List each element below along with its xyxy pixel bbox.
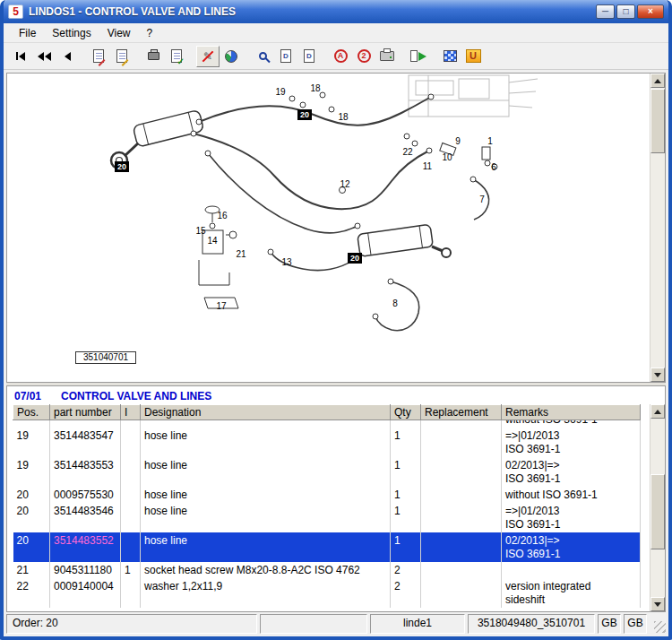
- section-code: 07/01: [14, 390, 41, 402]
- table-row[interactable]: 2190453111801socket head screw M8x20-8.8…: [13, 562, 641, 578]
- cell-pos: 20: [13, 532, 50, 562]
- mosaic-button[interactable]: [438, 46, 461, 67]
- cell-designation: hose line: [141, 487, 391, 503]
- cell-replacement: [421, 487, 502, 503]
- cell-designation: socket head screw M8x20-8.8-A2C ISO 4762: [141, 562, 391, 578]
- cell-replacement: [421, 503, 502, 532]
- previous-icon: [65, 52, 71, 61]
- stamp-button[interactable]: [142, 46, 165, 67]
- pie-chart-icon: [225, 50, 237, 63]
- cell-part: 0009140004: [50, 578, 121, 608]
- scroll-down-button[interactable]: [650, 597, 665, 611]
- cell-pos: 19: [13, 428, 50, 457]
- scroll-up-button[interactable]: [650, 74, 665, 88]
- first-record-icon: [16, 52, 25, 61]
- menu-item-view[interactable]: View: [99, 24, 139, 42]
- cell-qty: [391, 420, 421, 428]
- cell-pos: 20: [13, 487, 50, 503]
- mosaic-grid-icon: [444, 50, 457, 62]
- printer-icon: [380, 51, 394, 61]
- circled-2-icon: 2: [358, 49, 371, 63]
- print-button[interactable]: [375, 46, 399, 67]
- document-d-icon: D: [304, 49, 314, 63]
- circle-a-button[interactable]: A: [329, 46, 352, 67]
- maximize-button[interactable]: □: [616, 4, 635, 19]
- cell-remarks: =>|01/2013ISO 3691-1: [502, 428, 641, 457]
- annotate-document-icon: [116, 49, 127, 63]
- cell-replacement: [421, 428, 502, 457]
- statistics-button[interactable]: [220, 46, 243, 67]
- arrow-up-icon: [654, 410, 661, 414]
- no-edit-toggle[interactable]: ✎: [196, 46, 220, 67]
- toolbar: ✓ ✎ D D A 2 U: [4, 43, 668, 70]
- table-row[interactable]: 200009575530hose line1without ISO 3691-1: [13, 487, 641, 503]
- exit-arrow-icon: [410, 50, 426, 62]
- minimize-button[interactable]: ─: [596, 4, 615, 19]
- close-button[interactable]: ×: [637, 4, 664, 19]
- table-row[interactable]: without ISO 3691-1: [13, 420, 641, 428]
- cell-remarks: 02/2013|=>ISO 3691-1: [502, 532, 641, 562]
- cell-i: [121, 487, 141, 503]
- scrollbar-thumb[interactable]: [650, 89, 665, 153]
- cell-remarks: without ISO 3691-1: [502, 487, 641, 503]
- cell-remarks: =>|01/2013ISO 3691-1: [502, 503, 641, 532]
- table-scrollbar[interactable]: [650, 404, 665, 611]
- nav-previous-button[interactable]: [56, 46, 79, 67]
- document-d-icon: D: [280, 49, 291, 63]
- table-row[interactable]: 193514483547hose line1=>|01/2013ISO 3691…: [13, 428, 641, 457]
- app-icon: 5: [8, 4, 23, 19]
- table-row[interactable]: 193514483553hose line102/2013|=>ISO 3691…: [13, 457, 641, 487]
- cell-replacement: [421, 562, 502, 578]
- cell-pos: [13, 420, 50, 428]
- toolbar-separator: [79, 46, 87, 67]
- table-row[interactable]: 203514483546hose line1=>|01/2013ISO 3691…: [13, 503, 641, 532]
- scroll-up-button[interactable]: [650, 404, 665, 419]
- menu-bar: FileSettingsView?: [4, 23, 668, 43]
- cell-part: 3514483547: [50, 428, 121, 457]
- table-row[interactable]: 220009140004washer 1,2x11,92version inte…: [13, 578, 641, 608]
- parts-table-wrap: Pos.part numberIDesignationQtyReplacemen…: [7, 404, 665, 611]
- cell-designation: hose line: [141, 428, 391, 457]
- column-header-qty[interactable]: Qty: [391, 405, 421, 420]
- cell-designation: hose line: [141, 503, 391, 532]
- column-header-designation[interactable]: Designation: [141, 405, 391, 420]
- annotate-document-button[interactable]: [110, 46, 134, 67]
- table-row[interactable]: 203514483552hose line102/2013|=>ISO 3691…: [13, 532, 641, 562]
- column-header-remarks[interactable]: Remarks: [502, 405, 641, 420]
- resize-grip[interactable]: [654, 621, 666, 633]
- cell-part: [50, 420, 121, 428]
- column-header-pos[interactable]: Pos.: [13, 405, 50, 420]
- menu-item-help[interactable]: ?: [139, 24, 161, 42]
- menu-item-settings[interactable]: Settings: [44, 24, 99, 42]
- left-cylinder: [111, 109, 204, 169]
- exit-button[interactable]: [407, 46, 430, 67]
- magnifier-icon: [259, 52, 267, 60]
- toolbar-separator: [188, 46, 196, 67]
- parts-list-panel: 07/01 CONTROL VALVE AND LINES Pos.part n…: [6, 385, 666, 612]
- window-controls: ─ □ ×: [596, 4, 664, 19]
- circle-2-button[interactable]: 2: [352, 46, 375, 67]
- column-header-i[interactable]: I: [121, 405, 141, 420]
- diagram-scrollbar[interactable]: [650, 74, 665, 382]
- document-view-1-button[interactable]: D: [274, 46, 297, 67]
- cell-part: 3514483546: [50, 503, 121, 532]
- scroll-down-button[interactable]: [650, 368, 665, 382]
- cell-part: 3514483552: [50, 532, 121, 562]
- cell-remarks: 02/2013|=>ISO 3691-1: [502, 457, 641, 487]
- figure-number-label: 351040701: [75, 351, 136, 364]
- nav-first-button[interactable]: [9, 46, 32, 67]
- arrow-down-icon: [654, 602, 661, 607]
- column-header-replacement[interactable]: Replacement: [421, 405, 502, 420]
- column-header-part[interactable]: part number: [50, 405, 121, 420]
- verify-document-button[interactable]: ✓: [165, 46, 188, 67]
- cell-qty: 1: [391, 457, 421, 487]
- nav-rewind-button[interactable]: [32, 46, 56, 67]
- cell-qty: 2: [391, 562, 421, 578]
- document-view-2-button[interactable]: D: [297, 46, 321, 67]
- scrollbar-thumb[interactable]: [650, 474, 665, 549]
- menu-item-file[interactable]: File: [11, 24, 44, 42]
- zoom-button[interactable]: [251, 46, 274, 67]
- update-button[interactable]: U: [461, 46, 485, 67]
- edit-document-button[interactable]: [87, 46, 110, 67]
- circled-a-icon: A: [334, 49, 348, 63]
